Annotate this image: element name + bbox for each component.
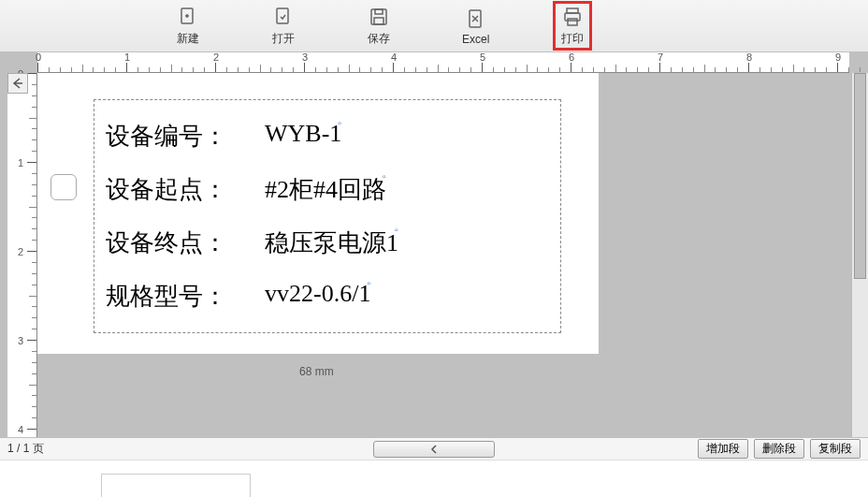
- svg-rect-10: [568, 19, 577, 25]
- canvas-page: 设备编号：WYB-1▫设备起点：#2柜#4回路▫设备终点：稳压泵电源1▫规格型号…: [37, 73, 599, 354]
- ruler-v-tick: 4: [27, 429, 36, 430]
- row-value: WYB-1▫: [265, 120, 341, 153]
- add-section-button[interactable]: 增加段: [698, 439, 748, 459]
- vertical-scrollbar[interactable]: [851, 73, 868, 437]
- content-row[interactable]: 规格型号：vv22-0.6/1▫: [106, 280, 549, 313]
- ruler-v-tick: 1: [27, 162, 36, 163]
- page-thumbnail[interactable]: [101, 474, 251, 497]
- new-label: 新建: [177, 31, 199, 47]
- dimension-label: 68 mm: [299, 365, 334, 378]
- save-label: 保存: [368, 31, 390, 47]
- svg-rect-6: [374, 18, 383, 24]
- horizontal-ruler: 0123456789: [37, 52, 849, 73]
- content-row[interactable]: 设备编号：WYB-1▫: [106, 120, 549, 153]
- row-label: 设备终点：: [106, 227, 265, 259]
- save-button[interactable]: 保存: [359, 1, 398, 51]
- row-label: 规格型号：: [106, 280, 265, 313]
- ruler-h-tick: 1: [126, 63, 127, 72]
- excel-icon: [464, 7, 488, 31]
- excel-button[interactable]: Excel: [455, 3, 497, 50]
- top-toolbar: 新建 打开 保存 Excel 打印: [0, 0, 868, 52]
- ruler-h-tick: 5: [482, 63, 483, 72]
- section-buttons: 增加段 删除段 复制段: [698, 439, 861, 459]
- footer-strip: [0, 460, 868, 497]
- content-frame[interactable]: 设备编号：WYB-1▫设备起点：#2柜#4回路▫设备终点：稳压泵电源1▫规格型号…: [94, 99, 561, 333]
- svg-rect-3: [277, 8, 288, 23]
- excel-label: Excel: [462, 33, 489, 46]
- expand-button[interactable]: [373, 441, 495, 458]
- save-icon: [367, 5, 391, 29]
- status-bar: 1 / 1 页 增加段 删除段 复制段: [0, 437, 868, 460]
- page-handle[interactable]: [51, 174, 77, 200]
- ruler-h-tick: 0: [37, 63, 38, 72]
- print-button[interactable]: 打印: [553, 1, 592, 51]
- copy-section-button[interactable]: 复制段: [810, 439, 861, 459]
- ruler-v-tick: 0: [27, 73, 36, 74]
- vertical-ruler: 01234: [7, 73, 37, 437]
- work-area: 0123456789 01234 设备编号：WYB-1▫设备起点：#2柜#4回路…: [0, 52, 868, 437]
- content-row[interactable]: 设备起点：#2柜#4回路▫: [106, 173, 549, 206]
- back-button[interactable]: [7, 73, 28, 94]
- field-marker-icon: ▫: [338, 118, 345, 125]
- ruler-h-tick: 4: [393, 63, 394, 72]
- open-file-icon: [271, 5, 296, 29]
- scrollbar-thumb[interactable]: [854, 73, 866, 279]
- print-label: 打印: [561, 31, 584, 47]
- print-icon: [560, 5, 585, 29]
- new-button[interactable]: 新建: [168, 1, 208, 51]
- svg-rect-5: [375, 9, 383, 14]
- ruler-h-tick: 9: [837, 63, 838, 72]
- ruler-h-tick: 3: [304, 63, 305, 72]
- row-value: 稳压泵电源1▫: [265, 227, 398, 259]
- page-indicator: 1 / 1 页: [7, 441, 44, 457]
- row-value: #2柜#4回路▫: [265, 173, 386, 206]
- row-label: 设备起点：: [106, 173, 265, 206]
- field-marker-icon: ▫: [383, 171, 390, 179]
- ruler-v-tick: 3: [27, 340, 36, 341]
- content-row[interactable]: 设备终点：稳压泵电源1▫: [106, 227, 549, 259]
- ruler-v-tick: 2: [27, 251, 36, 252]
- new-file-icon: [176, 5, 200, 29]
- row-label: 设备编号：: [106, 120, 265, 153]
- open-button[interactable]: 打开: [264, 1, 303, 51]
- ruler-h-tick: 2: [215, 63, 216, 72]
- field-marker-icon: ▫: [367, 278, 374, 285]
- field-marker-icon: ▫: [395, 225, 402, 232]
- ruler-h-tick: 7: [659, 63, 660, 72]
- canvas-area[interactable]: 设备编号：WYB-1▫设备起点：#2柜#4回路▫设备终点：稳压泵电源1▫规格型号…: [37, 73, 849, 437]
- open-label: 打开: [272, 31, 295, 47]
- row-value: vv22-0.6/1▫: [265, 280, 370, 313]
- ruler-h-tick: 8: [748, 63, 749, 72]
- ruler-h-tick: 6: [571, 63, 571, 72]
- delete-section-button[interactable]: 删除段: [754, 439, 804, 459]
